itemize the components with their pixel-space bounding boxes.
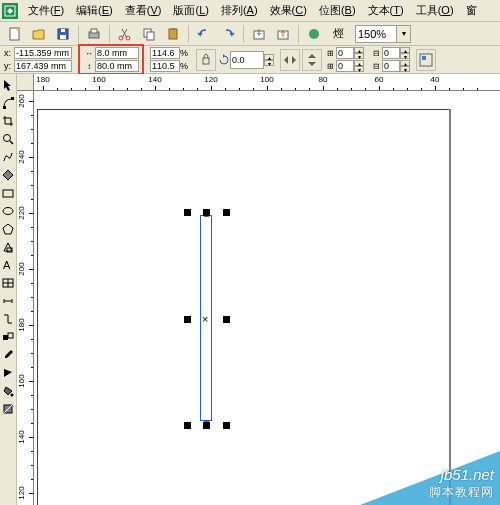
x-input[interactable] [14, 47, 72, 59]
toolbox: A [0, 74, 17, 505]
copy-button[interactable] [138, 24, 160, 44]
selected-object[interactable]: × [184, 209, 230, 429]
shape-tool[interactable] [0, 95, 16, 111]
vruler-label: 220 [17, 206, 26, 219]
rectangle-tool[interactable] [0, 185, 16, 201]
handle-middle-left[interactable] [184, 316, 191, 323]
handle-bottom-center[interactable] [203, 422, 210, 429]
handle-middle-right[interactable] [223, 316, 230, 323]
zoom-combo[interactable]: ▾ [355, 25, 411, 43]
width-input[interactable] [95, 47, 139, 59]
drawing-canvas[interactable]: × [34, 91, 500, 505]
fill-tool[interactable] [0, 383, 16, 399]
export-button[interactable] [272, 24, 294, 44]
welcome-button[interactable]: 烴 [327, 24, 349, 44]
eyedropper-tool[interactable] [0, 347, 16, 363]
position-group: x: y: [4, 47, 72, 72]
scale-x-input[interactable] [150, 47, 180, 59]
handle-bottom-left[interactable] [184, 422, 191, 429]
cut-button[interactable] [114, 24, 136, 44]
smart-fill-tool[interactable] [0, 167, 16, 183]
vruler-label: 160 [17, 374, 26, 387]
crop-tool[interactable] [0, 113, 16, 129]
y-input[interactable] [14, 60, 72, 72]
width-icon: ↔ [83, 48, 95, 58]
save-button[interactable] [52, 24, 74, 44]
menu-9[interactable]: 窗 [460, 1, 483, 20]
svg-rect-6 [91, 29, 97, 33]
menu-2[interactable]: 查看(V) [119, 1, 168, 20]
app-launcher-button[interactable] [303, 24, 325, 44]
import-button[interactable] [248, 24, 270, 44]
pick-tool[interactable] [0, 77, 16, 93]
lock-ratio-button[interactable] [196, 49, 216, 71]
basic-shapes-tool[interactable] [0, 239, 16, 255]
ellipse-tool[interactable] [0, 203, 16, 219]
vruler-label: 260 [17, 94, 26, 107]
open-button[interactable] [28, 24, 50, 44]
print-button[interactable] [83, 24, 105, 44]
grid-icon-2: ⊞ [324, 61, 336, 71]
handle-top-center[interactable] [203, 209, 210, 216]
grid-input-1[interactable] [336, 47, 354, 59]
text-tool[interactable]: A [0, 257, 16, 273]
menu-7[interactable]: 文本(T) [362, 1, 410, 20]
vruler-label: 180 [17, 318, 26, 331]
rotate-icon [218, 55, 230, 65]
scale-y-input[interactable] [150, 60, 180, 72]
hruler-label: 180 [36, 75, 49, 84]
rotation-spinner[interactable]: ▴▾ [264, 54, 274, 66]
page-edge [449, 109, 451, 505]
vertical-ruler[interactable]: 26024022020018016014012010080 [17, 91, 34, 505]
undo-button[interactable] [193, 24, 215, 44]
table-tool[interactable] [0, 275, 16, 291]
menu-4[interactable]: 排列(A) [215, 1, 264, 20]
grid-spin-3[interactable]: ▴▾ [400, 47, 410, 59]
page-boundary [37, 109, 451, 505]
height-input[interactable] [95, 60, 139, 72]
vruler-label: 140 [17, 430, 26, 443]
paste-button[interactable] [162, 24, 184, 44]
menu-6[interactable]: 位图(B) [313, 1, 362, 20]
horizontal-ruler[interactable]: 180160140120100806040 [34, 74, 500, 91]
interactive-tool[interactable] [0, 329, 16, 345]
menu-8[interactable]: 工具(O) [410, 1, 460, 20]
grid-spin-2[interactable]: ▴▾ [354, 60, 364, 72]
menu-3[interactable]: 版面(L) [167, 1, 214, 20]
rotation-input[interactable] [230, 51, 264, 69]
menu-1[interactable]: 编辑(E) [70, 1, 119, 20]
connector-tool[interactable] [0, 311, 16, 327]
main-toolbar: 烴 ▾ [0, 22, 500, 46]
handle-top-left[interactable] [184, 209, 191, 216]
hruler-label: 60 [375, 75, 384, 84]
grid-spin-4[interactable]: ▴▾ [400, 60, 410, 72]
hruler-label: 100 [260, 75, 273, 84]
zoom-tool[interactable] [0, 131, 16, 147]
grid-spin-1[interactable]: ▴▾ [354, 47, 364, 59]
handle-top-right[interactable] [223, 209, 230, 216]
svg-rect-19 [3, 106, 6, 109]
grid-input-2[interactable] [336, 60, 354, 72]
redo-button[interactable] [217, 24, 239, 44]
hruler-label: 40 [431, 75, 440, 84]
mirror-h-button[interactable] [280, 49, 300, 71]
dimension-tool[interactable] [0, 293, 16, 309]
pct-label-2: % [180, 61, 190, 71]
new-button[interactable] [4, 24, 26, 44]
freehand-tool[interactable] [0, 149, 16, 165]
size-group-highlighted: ↔ ↕ [78, 44, 144, 75]
outline-tool[interactable] [0, 365, 16, 381]
menu-5[interactable]: 效果(C) [264, 1, 313, 20]
hruler-label: 140 [148, 75, 161, 84]
zoom-dropdown-icon[interactable]: ▾ [396, 26, 410, 42]
handle-bottom-right[interactable] [223, 422, 230, 429]
ruler-corner[interactable] [17, 74, 34, 91]
interactive-fill-tool[interactable] [0, 401, 16, 417]
menu-0[interactable]: 文件(F) [22, 1, 70, 20]
wrap-text-button[interactable] [416, 49, 436, 71]
zoom-input[interactable] [356, 28, 396, 40]
grid-input-4[interactable] [382, 60, 400, 72]
mirror-v-button[interactable] [302, 49, 322, 71]
polygon-tool[interactable] [0, 221, 16, 237]
grid-input-3[interactable] [382, 47, 400, 59]
